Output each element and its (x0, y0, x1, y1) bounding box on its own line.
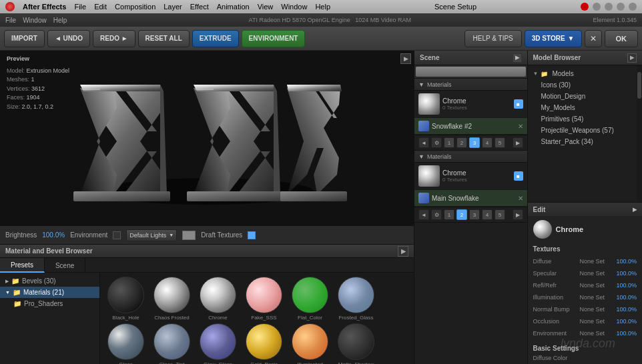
list-item[interactable]: Glass (104, 323, 147, 364)
scene-expand-button[interactable]: ▶ (513, 53, 522, 63)
browser-tabs: Presets Scene (0, 258, 414, 273)
menu-composition[interactable]: Composition (115, 3, 155, 11)
model-tree-motion-design[interactable]: Motion_Design (528, 91, 637, 102)
layer2-settings-btn[interactable]: ⚙ (431, 209, 442, 220)
element-menu-file[interactable]: File (5, 17, 16, 24)
svg-marker-11 (287, 85, 342, 91)
layer-5-btn[interactable]: 5 (495, 137, 505, 148)
layer-2-btn[interactable]: 2 (456, 137, 467, 148)
tree-item-pro-shaders[interactable]: 📁 Pro_Shaders (0, 298, 99, 309)
list-item[interactable]: Chrome (196, 277, 240, 321)
layer-3-btn[interactable]: 3 (469, 137, 480, 148)
layer-settings-btn[interactable]: ⚙ (431, 137, 442, 148)
list-item[interactable]: Black_Hole (104, 277, 147, 321)
environment-checkbox[interactable] (113, 231, 121, 239)
scene-material-chrome-2[interactable]: Chrome 0 Textures ■ (414, 163, 527, 190)
layer2-3-btn[interactable]: 3 (469, 209, 480, 220)
scrollbar-thumb[interactable] (637, 72, 641, 99)
model-browser-expand-btn[interactable]: ▶ (627, 53, 637, 63)
model-tree-my-models[interactable]: My_Models (528, 102, 637, 113)
draft-textures-checkbox[interactable] (248, 231, 256, 239)
model-tree-models[interactable]: ▼ 📁 Models (528, 68, 637, 79)
list-item[interactable]: Frosted_Glass (334, 277, 378, 321)
reset-button[interactable]: RESET ALL (138, 30, 190, 47)
tab-presets[interactable]: Presets (0, 258, 45, 273)
menu-layer[interactable]: Layer (164, 3, 182, 11)
list-item[interactable]: Glow_Glass (196, 323, 240, 364)
ok-button[interactable]: OK (605, 30, 639, 47)
element-menu-window[interactable]: Window (23, 17, 47, 24)
lights-dropdown-icon: ▼ (169, 233, 174, 237)
menu-edit[interactable]: Edit (94, 3, 107, 11)
extrude-button[interactable]: EXTRUDE (192, 30, 239, 47)
layer2-4-btn[interactable]: 4 (482, 209, 493, 220)
basic-settings-title: Basic Settings (528, 342, 643, 353)
layer2-5-btn[interactable]: 5 (495, 209, 505, 220)
environment-label: Environment (70, 231, 107, 239)
menu-view[interactable]: View (258, 3, 274, 11)
scene-material-chrome-1[interactable]: Chrome 0 Textures ■ (414, 91, 527, 118)
list-item[interactable]: Gold_Basic (242, 323, 286, 364)
main-snowflake-x-btn[interactable]: ✕ (518, 195, 523, 202)
model-tree-starter[interactable]: Starter_Pack (34) (528, 136, 637, 147)
scene-panel: Scene ▶ ▼ Materials Chrome (414, 51, 528, 364)
list-item[interactable]: Illuminated (288, 323, 332, 364)
tree-item-bevels[interactable]: ▶ 📁 Bevels (30) (0, 275, 99, 287)
left-panel: Preview Model: Extrusion Model Meshes: 1… (0, 51, 414, 364)
menu-effect[interactable]: Effect (190, 3, 209, 11)
layer2-play-btn[interactable]: ◄ (418, 209, 429, 220)
snowflake2-x-btn[interactable]: ✕ (518, 123, 523, 130)
layer-play-btn[interactable]: ◄ (418, 137, 429, 148)
tree-item-materials[interactable]: ▼ 📁 Materials (21) (0, 287, 99, 298)
model-tree-primitives[interactable]: Primitives (54) (528, 113, 637, 125)
list-item[interactable]: Chaos Frosted (150, 277, 194, 321)
materials-section-label-1: ▼ Materials (414, 79, 527, 91)
layer-4-btn[interactable]: 4 (482, 137, 493, 148)
material-icon-btn-2[interactable]: ■ (514, 171, 523, 181)
menu-animation[interactable]: Animation (217, 3, 250, 11)
scene-section-header[interactable]: Scene ▶ (414, 51, 527, 65)
list-item[interactable]: Matte_Shadow (334, 323, 378, 364)
import-button[interactable]: IMPORT (4, 30, 45, 47)
menu-file[interactable]: File (74, 3, 86, 11)
chevron-down-icon-models: ▼ (533, 71, 539, 77)
layer2-2-btn[interactable]: 2 (456, 209, 467, 220)
undo-button[interactable]: ◄ UNDO (47, 30, 90, 47)
layer2-1-btn[interactable]: 1 (444, 209, 454, 220)
browser-header: Material and Bevel Browser ▶ (0, 245, 414, 258)
scene-item-snowflake-2[interactable]: Snowflake #2 ✕ (414, 118, 527, 135)
help-tips-button[interactable]: HELP & TIPS (464, 30, 522, 47)
store-button[interactable]: 3D STORE ▼ (525, 30, 582, 47)
brightness-label: Brightness (5, 231, 37, 239)
model-browser-header: Model Browser ▶ (528, 51, 643, 65)
browser-expand-button[interactable]: ▶ (398, 246, 408, 257)
layer-1-btn[interactable]: 1 (444, 137, 454, 148)
element-bar: File Window Help ATI Radeon HD 5870 Open… (0, 13, 642, 27)
preview-title: Preview (7, 55, 29, 62)
main-toolbar: IMPORT ◄ UNDO REDO ► RESET ALL EXTRUDE E… (0, 27, 642, 51)
scrollbar-thumb[interactable] (416, 67, 526, 77)
menu-help[interactable]: Help (315, 3, 330, 11)
element-menu-help[interactable]: Help (53, 17, 67, 24)
model-tree-icons[interactable]: Icons (30) (528, 79, 637, 91)
color-swatch[interactable] (182, 231, 196, 240)
brightness-value[interactable]: 100.0% (42, 231, 65, 239)
material-icon-btn-1[interactable]: ■ (514, 99, 523, 109)
scene-item-main-snowflake[interactable]: Main Snowflake ✕ (414, 190, 527, 207)
layer2-expand-btn[interactable]: ▶ (513, 209, 523, 220)
menu-window[interactable]: Window (281, 3, 307, 11)
list-item[interactable]: Flat_Color (288, 277, 332, 321)
textures-section: Textures Diffuse None Set 100.0% Specula… (528, 243, 643, 342)
tab-scene[interactable]: Scene (45, 258, 85, 273)
layer-expand-btn[interactable]: ▶ (513, 137, 523, 148)
preview-expand-button[interactable]: ▶ (400, 53, 411, 64)
edit-section-header[interactable]: Edit ▶ (528, 203, 643, 216)
list-item[interactable]: Glass_Tint (150, 323, 194, 364)
list-item[interactable]: Fake_SSS (242, 277, 286, 321)
lights-dropdown[interactable]: Default Lights ▼ (126, 229, 177, 241)
redo-button[interactable]: REDO ► (93, 30, 135, 47)
model-tree-scrollbar (637, 65, 642, 202)
model-tree-weapons[interactable]: Projectile_Weapons (57) (528, 125, 637, 136)
environment-button[interactable]: ENVIRONMENT (242, 30, 306, 47)
close-button[interactable]: ✕ (585, 30, 602, 47)
